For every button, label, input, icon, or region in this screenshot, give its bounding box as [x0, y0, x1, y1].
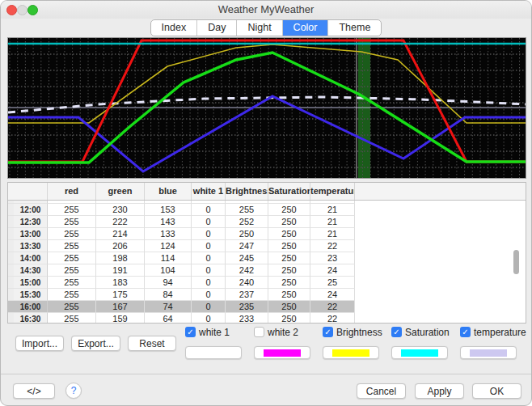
cell-blue[interactable]: 104 [145, 264, 192, 277]
cell-red[interactable]: 255 [48, 216, 96, 228]
table-row-1400[interactable]: 14:00255198114024525023 [8, 252, 526, 264]
cell-temperature[interactable]: 21 [310, 228, 355, 240]
ok-button[interactable]: OK [472, 383, 521, 399]
cell-temperature[interactable]: 22 [310, 240, 355, 252]
cell-temperature[interactable]: 23 [310, 252, 355, 264]
cell-Brightness[interactable]: 250 [226, 228, 268, 240]
vertical-scrollbar-thumb[interactable] [513, 250, 519, 274]
cell-red[interactable]: 255 [48, 228, 96, 240]
cell-Saturation[interactable]: 250 [268, 252, 310, 264]
cell-temperature[interactable]: 25 [310, 277, 355, 289]
cell-white-1[interactable]: 0 [192, 204, 226, 216]
export-button[interactable]: Export... [71, 336, 120, 351]
cell-green[interactable]: 206 [96, 240, 145, 252]
cell-Brightness[interactable]: 233 [226, 313, 268, 323]
cell-white-1[interactable]: 0 [192, 264, 226, 277]
help-button[interactable]: ? [65, 383, 82, 399]
white-1-color-button[interactable] [185, 346, 242, 359]
cell-red[interactable]: 255 [48, 277, 96, 289]
cell-blue[interactable]: 84 [145, 289, 192, 301]
cell-blue[interactable]: 64 [145, 313, 192, 323]
cell-Brightness[interactable]: 255 [226, 204, 268, 216]
Saturation-checkbox[interactable]: ✓ [391, 327, 402, 337]
cell-Saturation[interactable]: 250 [268, 277, 310, 289]
Saturation-color-button[interactable] [391, 346, 448, 359]
cell-Brightness[interactable]: 247 [226, 240, 268, 252]
tab-day[interactable]: Day [197, 20, 237, 36]
temperature-color-button[interactable] [460, 346, 517, 359]
tab-theme[interactable]: Theme [328, 20, 381, 36]
cell-blue[interactable]: 153 [145, 204, 192, 216]
cell-red[interactable]: 255 [48, 204, 96, 216]
cancel-button[interactable]: Cancel [357, 383, 406, 399]
cell-white-1[interactable]: 0 [192, 277, 226, 289]
cell-red[interactable]: 255 [48, 264, 96, 277]
table-row-1630[interactable]: 16:3025515964023325022 [8, 313, 526, 323]
cell-temperature[interactable]: 24 [310, 264, 355, 277]
cell-white-1[interactable]: 0 [192, 289, 226, 301]
cell-green[interactable]: 167 [96, 301, 145, 313]
reset-button[interactable]: Reset [128, 336, 176, 351]
cell-white-1[interactable]: 0 [192, 252, 226, 264]
cell-temperature[interactable]: 21 [310, 216, 355, 228]
cell-Brightness[interactable]: 240 [226, 277, 268, 289]
cell-blue[interactable]: 124 [145, 240, 192, 252]
table-row-1300[interactable]: 13:00255214133025025021 [8, 228, 526, 240]
table-row-1230[interactable]: 12:30255222143025225021 [8, 216, 526, 228]
tab-index[interactable]: Index [151, 20, 198, 36]
cell-green[interactable]: 175 [96, 289, 145, 301]
cell-blue[interactable]: 133 [145, 228, 192, 240]
cell-blue[interactable]: 114 [145, 252, 192, 264]
cell-blue[interactable]: 143 [145, 216, 192, 228]
cell-white-1[interactable]: 0 [192, 313, 226, 323]
tab-night[interactable]: Night [237, 20, 282, 36]
cell-Saturation[interactable]: 250 [268, 204, 310, 216]
table-row-1330[interactable]: 13:30255206124024725022 [8, 240, 526, 252]
cell-white-1[interactable]: 0 [192, 216, 226, 228]
cell-temperature[interactable]: 24 [310, 289, 355, 301]
title-bar[interactable]: Weather MyWeather [1, 1, 531, 19]
table-row-1600[interactable]: 16:0025516774023525022 [8, 301, 526, 313]
cell-red[interactable]: 255 [48, 252, 96, 264]
table-row-1430[interactable]: 14:30255191104024225024 [8, 264, 526, 277]
cell-red[interactable]: 255 [48, 301, 96, 313]
cell-Saturation[interactable]: 250 [268, 264, 310, 277]
cell-temperature[interactable]: 22 [310, 301, 355, 313]
temperature-checkbox[interactable]: ✓ [460, 327, 471, 337]
import-button[interactable]: Import... [15, 336, 64, 351]
cell-Saturation[interactable]: 250 [268, 240, 310, 252]
cell-temperature[interactable]: 22 [310, 313, 355, 323]
cell-Brightness[interactable]: 235 [226, 301, 268, 313]
table-row-1200[interactable]: 12:00255230153025525021 [8, 204, 526, 216]
Brightness-color-button[interactable] [323, 346, 379, 359]
cell-green[interactable]: 214 [96, 228, 145, 240]
cell-Saturation[interactable]: 250 [268, 216, 310, 228]
cell-green[interactable]: 222 [96, 216, 145, 228]
white-2-checkbox[interactable] [254, 327, 264, 337]
cell-green[interactable]: 230 [96, 204, 145, 216]
cell-Brightness[interactable]: 242 [226, 264, 268, 277]
cell-Saturation[interactable]: 250 [268, 228, 310, 240]
cell-Saturation[interactable]: 250 [268, 313, 310, 323]
table-row-1500[interactable]: 15:0025518394024025025 [8, 277, 526, 289]
white-2-color-button[interactable] [254, 346, 310, 359]
cell-temperature[interactable]: 21 [310, 204, 355, 216]
cell-blue[interactable]: 94 [145, 277, 192, 289]
cell-red[interactable]: 255 [48, 240, 96, 252]
cell-green[interactable]: 183 [96, 277, 145, 289]
cell-green[interactable]: 198 [96, 252, 145, 264]
code-view-button[interactable]: </> [13, 383, 55, 399]
cell-Brightness[interactable]: 252 [226, 216, 268, 228]
cell-red[interactable]: 255 [48, 313, 96, 323]
apply-button[interactable]: Apply [415, 383, 464, 399]
cell-Saturation[interactable]: 250 [268, 301, 310, 313]
color-curves-chart[interactable] [7, 37, 526, 179]
cell-green[interactable]: 191 [96, 264, 145, 277]
cell-Brightness[interactable]: 237 [226, 289, 268, 301]
table-row-1530[interactable]: 15:3025517584023725024 [8, 289, 526, 301]
cell-white-1[interactable]: 0 [192, 240, 226, 252]
cell-Saturation[interactable]: 250 [268, 289, 310, 301]
white-1-checkbox[interactable]: ✓ [185, 327, 196, 337]
cell-green[interactable]: 159 [96, 313, 145, 323]
cell-Brightness[interactable]: 245 [226, 252, 268, 264]
